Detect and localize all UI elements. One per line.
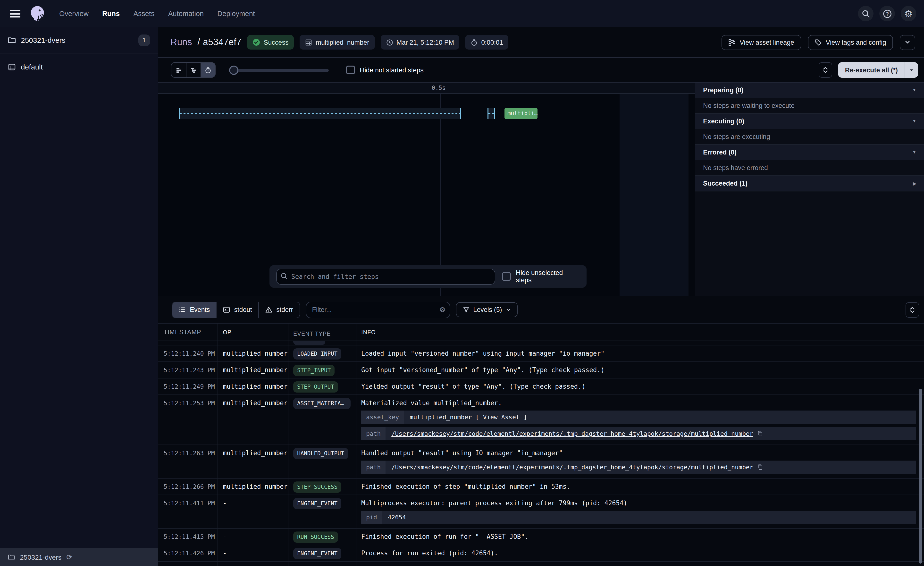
asset-tag[interactable]: multiplied_number: [300, 35, 375, 50]
event-timestamp: 5:12:11.426 PM: [158, 545, 218, 557]
sidebar-item-job-default[interactable]: default: [0, 53, 158, 80]
search-button[interactable]: [858, 6, 873, 21]
event-info-text: Loaded input "versioned_number" using in…: [361, 349, 916, 358]
path-link[interactable]: /Users/smackesey/stm/code/elementl/exper…: [392, 463, 753, 471]
event-row[interactable]: 5:12:11.240 PMmultiplied_numberLOADED_IN…: [158, 345, 924, 362]
folder-icon: [8, 553, 15, 561]
gantt-waiting-segment[interactable]: [488, 108, 495, 119]
timed-view-button[interactable]: [201, 63, 215, 77]
reexecute-options-button[interactable]: [904, 62, 918, 78]
levels-dropdown[interactable]: Levels (5): [456, 302, 518, 317]
gantt-step-bar[interactable]: multipli…: [504, 108, 537, 119]
reexecute-all-button[interactable]: Re-execute all (*): [838, 62, 904, 78]
sidebar: 250321-dvers 1 default 250321-dvers ⟳: [0, 27, 158, 566]
hide-unselected-label: Hide unselected steps: [516, 269, 580, 284]
refresh-icon[interactable]: ⟳: [66, 552, 72, 561]
view-asset-lineage-label: View asset lineage: [740, 39, 794, 46]
gantt-timeline-ruler: 0.5s: [158, 83, 695, 94]
view-asset-link[interactable]: View Asset: [483, 413, 519, 421]
step-section-header[interactable]: Executing (0)▼: [695, 114, 924, 129]
copy-icon[interactable]: [757, 464, 763, 470]
breadcrumb-runs-link[interactable]: Runs: [170, 37, 192, 47]
metadata-key: path: [361, 427, 386, 440]
hide-not-started-checkbox[interactable]: [346, 66, 355, 74]
run-duration: 0:00:01: [465, 35, 508, 50]
nav-item-runs[interactable]: Runs: [102, 10, 120, 18]
chevron-down-icon: [904, 39, 910, 45]
reexecute-split-button: Re-execute all (*): [838, 62, 918, 78]
clear-filter-icon[interactable]: ⊗: [440, 306, 446, 313]
tab-stdout[interactable]: stdout: [216, 302, 258, 318]
event-type-badge: STEP_INPUT: [293, 365, 335, 376]
event-row[interactable]: 5:12:11.266 PMmultiplied_numberSTEP_SUCC…: [158, 479, 924, 495]
zoom-slider[interactable]: [229, 65, 329, 75]
event-row[interactable]: 5:12:11.411 PM-ENGINE_EVENTMultiprocess …: [158, 495, 924, 528]
metadata-value: 42654: [382, 510, 916, 524]
help-button[interactable]: ?: [879, 6, 895, 21]
run-count-badge: 1: [138, 34, 150, 46]
event-info-text: Multiprocess executor: parent process ex…: [361, 499, 916, 507]
gantt-chart: 0.5s multipli…: [158, 83, 695, 296]
clipped-row: [158, 341, 924, 345]
events-scrollbar-thumb[interactable]: [919, 389, 922, 564]
event-type-badge: ASSET_MATERIALI…: [293, 398, 351, 409]
step-section-header[interactable]: Succeeded (1)▶: [695, 176, 924, 191]
event-op: multiplied_number: [218, 345, 288, 358]
step-section-header[interactable]: Errored (0)▼: [695, 145, 924, 160]
waterfall-view-button[interactable]: [186, 63, 201, 77]
dagster-logo[interactable]: [28, 5, 46, 23]
event-row[interactable]: 5:12:11.253 PMmultiplied_numberASSET_MAT…: [158, 395, 924, 445]
zoom-slider-thumb[interactable]: [229, 65, 238, 75]
event-row[interactable]: 5:12:11.263 PMmultiplied_numberHANDLED_O…: [158, 445, 924, 479]
event-row[interactable]: 5:12:11.249 PMmultiplied_numberSTEP_OUTP…: [158, 378, 924, 395]
chevron-down-icon: [506, 307, 511, 312]
hamburger-menu-icon[interactable]: [10, 10, 20, 18]
event-timestamp: 5:12:11.266 PM: [158, 479, 218, 491]
metadata-key: asset_key: [361, 411, 404, 424]
gear-icon: ⚙: [904, 9, 913, 18]
sidebar-item-code-location[interactable]: 250321-dvers 1: [0, 27, 158, 53]
nav-item-assets[interactable]: Assets: [133, 10, 154, 18]
tab-events[interactable]: Events: [172, 302, 216, 318]
nav-item-automation[interactable]: Automation: [168, 10, 204, 18]
nav-item-overview[interactable]: Overview: [59, 10, 88, 18]
event-info-text: Finished execution of run for "__ASSET_J…: [361, 533, 916, 541]
metadata-value: multiplied_number [View Asset]: [404, 411, 916, 424]
flat-view-button[interactable]: [171, 63, 186, 77]
path-link[interactable]: /Users/smackesey/stm/code/elementl/exper…: [392, 429, 753, 438]
settings-button[interactable]: ⚙: [901, 6, 916, 21]
event-timestamp: 5:12:11.411 PM: [158, 495, 218, 507]
job-label: default: [21, 62, 43, 71]
tag-icon: [814, 39, 822, 46]
run-datetime-label: Mar 21, 5:12:10 PM: [396, 39, 454, 46]
hide-unselected-checkbox[interactable]: [502, 272, 511, 281]
gantt-waiting-bar[interactable]: [178, 108, 461, 119]
view-tags-config-button[interactable]: View tags and config: [808, 35, 893, 50]
main-nav: OverviewRunsAssetsAutomationDeployment: [59, 10, 255, 18]
caret-down-icon: ▼: [912, 88, 916, 92]
expand-gantt-button[interactable]: [819, 62, 832, 78]
nav-item-deployment[interactable]: Deployment: [217, 10, 255, 18]
success-check-icon: [252, 38, 260, 46]
caret-down-icon: ▼: [912, 150, 916, 155]
gantt-canvas: multipli… Hide unselected steps: [158, 94, 695, 296]
dagster-app: OverviewRunsAssetsAutomationDeployment ?…: [0, 0, 924, 566]
event-row[interactable]: 5:12:11.415 PM-RUN_SUCCESSFinished execu…: [158, 528, 924, 545]
search-icon: [280, 272, 288, 280]
zoom-slider-track[interactable]: [229, 69, 329, 72]
levels-label: Levels (5): [473, 306, 502, 313]
step-search-input[interactable]: [276, 268, 495, 285]
copy-icon[interactable]: [757, 431, 763, 437]
sidebar-footer: 250321-dvers ⟳: [0, 548, 158, 566]
step-status-panel: Preparing (0)▼No steps are waiting to ex…: [695, 83, 924, 296]
metadata-key: path: [361, 461, 386, 474]
expand-events-button[interactable]: [906, 302, 919, 318]
more-actions-button[interactable]: [900, 35, 915, 50]
view-asset-lineage-button[interactable]: View asset lineage: [722, 35, 801, 50]
log-filter-input[interactable]: [306, 301, 450, 318]
event-row[interactable]: 5:12:11.243 PMmultiplied_numberSTEP_INPU…: [158, 362, 924, 378]
footer-location-label: 250321-dvers: [20, 553, 62, 561]
step-section-header[interactable]: Preparing (0)▼: [695, 83, 924, 98]
tab-stderr[interactable]: stderr: [258, 302, 299, 318]
event-row[interactable]: 5:12:11.426 PM-ENGINE_EVENTProcess for r…: [158, 545, 924, 561]
